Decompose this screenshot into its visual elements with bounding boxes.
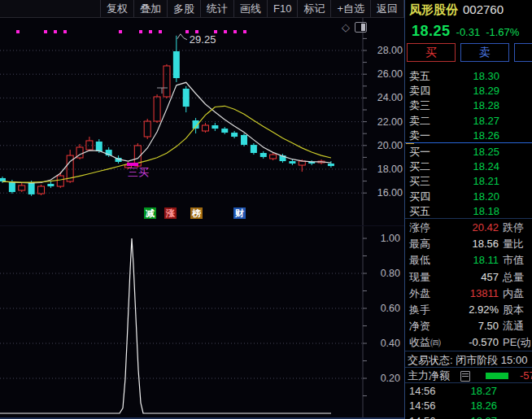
- buy-button[interactable]: 买: [407, 43, 456, 62]
- main-chart-canvas[interactable]: 28.0026.0024.0022.0020.0018.0016.0029.25…: [0, 18, 404, 225]
- current-price: 18.25: [412, 23, 451, 39]
- stat-label-2: 股本: [503, 302, 524, 318]
- svg-text:28.00: 28.00: [377, 45, 403, 56]
- tick-time: 14:56: [409, 399, 436, 413]
- main-flow-bar: [486, 373, 508, 379]
- stat-label-2: 量比: [503, 236, 524, 252]
- bid-price: 18.24: [438, 159, 499, 174]
- bid-row-2[interactable]: 买二18.24: [405, 159, 532, 174]
- tick-row-1: 14:5618.27: [405, 384, 532, 399]
- menu-item-3[interactable]: 多股: [167, 0, 200, 17]
- split-panel-icon[interactable]: [355, 22, 367, 33]
- chart-badge-4[interactable]: 财: [233, 207, 246, 219]
- stat-row-2: 最高18.56量比: [405, 236, 532, 252]
- svg-text:0.80: 0.80: [381, 268, 400, 279]
- menu-item-7[interactable]: 标记: [297, 0, 330, 17]
- bid-row-4[interactable]: 买四18.20: [405, 190, 532, 204]
- ask-price: 18.26: [438, 129, 499, 143]
- menubar-spacer: [0, 0, 100, 17]
- stat-row-6: 换手2.92%股本: [405, 302, 532, 318]
- chart-badge-1[interactable]: 减: [144, 207, 156, 219]
- bid-label: 买二: [409, 159, 430, 174]
- stat-label-2: 市值: [503, 252, 524, 268]
- ask-row-1[interactable]: 卖五18.30: [405, 69, 532, 84]
- svg-text:22.00: 22.00: [377, 116, 403, 128]
- tick-time: 14:56: [409, 384, 436, 399]
- stat-value: 7.50: [434, 318, 499, 334]
- stat-row-3: 最低18.11市值: [405, 252, 532, 268]
- section-divider: [405, 367, 532, 368]
- svg-text:24.00: 24.00: [377, 92, 403, 103]
- quote-panel: 凤形股份002760 18.25-0.31-1.67% 买 卖 撤 卖五18.3…: [404, 0, 532, 419]
- bid-row-3[interactable]: 买三18.21: [405, 174, 532, 189]
- stock-title: 凤形股份002760: [409, 2, 532, 18]
- stats-section: 涨停20.42跌停最高18.56量比最低18.11市值现量457总量外盘1381…: [405, 220, 532, 351]
- cancel-order-button[interactable]: 撤: [514, 43, 532, 62]
- stat-value: 18.56: [434, 236, 499, 252]
- top-menubar: 复权叠加多股统计画线F10标记+自选返回: [0, 0, 404, 18]
- menu-item-8[interactable]: +自选: [330, 0, 370, 17]
- svg-text:16.00: 16.00: [377, 187, 403, 199]
- trading-app-window: 复权叠加多股统计画线F10标记+自选返回 28.0026.0024.0022.0…: [0, 0, 532, 419]
- tick-list[interactable]: 14:5618.2714:5618.2614:5618.27: [405, 384, 532, 419]
- stat-value: 457: [434, 269, 499, 286]
- stat-label-2: PE(动: [503, 334, 531, 351]
- svg-text:三买: 三买: [128, 166, 149, 178]
- stat-label-2: 流通: [503, 318, 524, 334]
- trade-status-label: 交易状态:: [408, 354, 453, 366]
- diamond-icon[interactable]: ◇: [342, 22, 350, 33]
- ask-label: 卖二: [409, 114, 430, 129]
- list-icon[interactable]: [460, 371, 470, 382]
- tick-row-3: 14:5618.27: [405, 414, 532, 419]
- menu-item-9[interactable]: 返回: [370, 0, 404, 17]
- stat-row-1: 涨停20.42跌停: [405, 220, 532, 236]
- divider-blue-line: [405, 142, 532, 143]
- tick-row-2: 14:5618.26: [405, 399, 532, 413]
- bid-label: 买四: [409, 190, 430, 204]
- ask-price: 18.28: [438, 98, 499, 113]
- menu-item-6[interactable]: F10: [267, 0, 297, 17]
- tick-price: 18.27: [438, 384, 497, 399]
- bid-price: 18.25: [438, 145, 499, 159]
- bid-row-5[interactable]: 买五18.18: [405, 204, 532, 219]
- tick-price: 18.27: [438, 414, 497, 419]
- ask-label: 卖五: [409, 69, 430, 84]
- indicator-sub-chart[interactable]: 1.000.800.600.400.20: [0, 225, 404, 419]
- tick-price: 18.26: [438, 399, 497, 413]
- sell-button[interactable]: 卖: [460, 43, 509, 62]
- stat-value: 13811: [434, 286, 499, 302]
- chart-badge-2[interactable]: 涨: [164, 207, 177, 219]
- main-flow-value: -57: [520, 369, 532, 382]
- svg-text:29.25: 29.25: [190, 33, 216, 46]
- stat-label: 净资: [409, 318, 430, 334]
- menu-item-1[interactable]: 复权: [100, 0, 133, 17]
- menu-item-5[interactable]: 画线: [233, 0, 267, 17]
- menu-item-4[interactable]: 统计: [200, 0, 233, 17]
- main-flow-label: 主力净额: [408, 369, 450, 382]
- ask-row-5[interactable]: 卖一18.26: [405, 129, 532, 143]
- ask-row-4[interactable]: 卖二18.27: [405, 114, 532, 129]
- ask-price: 18.30: [438, 69, 499, 84]
- stat-value: 2.92%: [434, 302, 499, 318]
- ask-label: 卖一: [409, 129, 430, 143]
- stat-value: 20.42: [434, 220, 499, 236]
- stat-label-2: 跌停: [503, 220, 524, 236]
- ask-row-2[interactable]: 卖四18.29: [405, 84, 532, 98]
- main-candlestick-chart[interactable]: 28.0026.0024.0022.0020.0018.0016.0029.25…: [0, 18, 404, 225]
- trade-buttons: 买 卖 撤: [405, 43, 532, 63]
- section-divider: [405, 218, 532, 219]
- main-flow-row: 主力净额 -57: [408, 369, 532, 382]
- bid-row-1[interactable]: 买一18.25: [405, 145, 532, 159]
- stat-label-2: 总量: [503, 269, 524, 286]
- bid-label: 买五: [409, 204, 430, 219]
- ask-label: 卖三: [409, 98, 430, 113]
- menu-item-2[interactable]: 叠加: [133, 0, 167, 17]
- stat-value: -0.570: [434, 334, 499, 351]
- trade-status-row: 交易状态: 闭市阶段 15:00: [408, 352, 532, 368]
- bid-label: 买三: [409, 174, 430, 189]
- sub-chart-canvas[interactable]: 1.000.800.600.400.20: [0, 226, 404, 419]
- chart-badge-3[interactable]: 榜: [190, 207, 203, 219]
- stat-row-8: 收益㈣-0.570PE(动: [405, 334, 532, 351]
- ask-row-3[interactable]: 卖三18.28: [405, 98, 532, 113]
- bid-ask-divider: [405, 142, 532, 144]
